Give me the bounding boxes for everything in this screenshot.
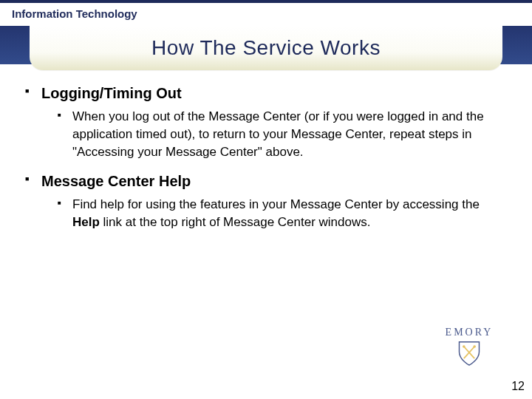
bullet-text: When you log out of the Message Center (… bbox=[72, 109, 484, 159]
bullet-text: Find help for using the features in your… bbox=[72, 197, 480, 229]
title-band: How The Service Works bbox=[0, 26, 532, 70]
title-panel: How The Service Works bbox=[30, 26, 502, 70]
emory-logo: EMORY bbox=[429, 327, 510, 366]
text-suffix: link at the top right of Message Center … bbox=[100, 215, 371, 229]
emory-wordmark: EMORY bbox=[446, 327, 494, 338]
page-number: 12 bbox=[511, 380, 525, 393]
shield-icon bbox=[455, 340, 483, 366]
svg-point-3 bbox=[473, 345, 476, 348]
svg-point-2 bbox=[463, 345, 466, 348]
slide-title: How The Service Works bbox=[151, 36, 381, 60]
bullet-item: When you log out of the Message Center (… bbox=[41, 108, 507, 161]
section-heading: Logging/Timing Out bbox=[41, 83, 507, 103]
section-logging-timing-out: Logging/Timing Out When you log out of t… bbox=[25, 83, 507, 161]
text-prefix: Find help for using the features in your… bbox=[72, 197, 480, 211]
department-label: Information Technology bbox=[0, 3, 532, 26]
section-message-center-help: Message Center Help Find help for using … bbox=[25, 171, 507, 231]
content-area: Logging/Timing Out When you log out of t… bbox=[0, 83, 532, 231]
bullet-item: Find help for using the features in your… bbox=[41, 196, 507, 231]
section-heading: Message Center Help bbox=[41, 171, 507, 191]
text-bold: Help bbox=[72, 215, 100, 229]
